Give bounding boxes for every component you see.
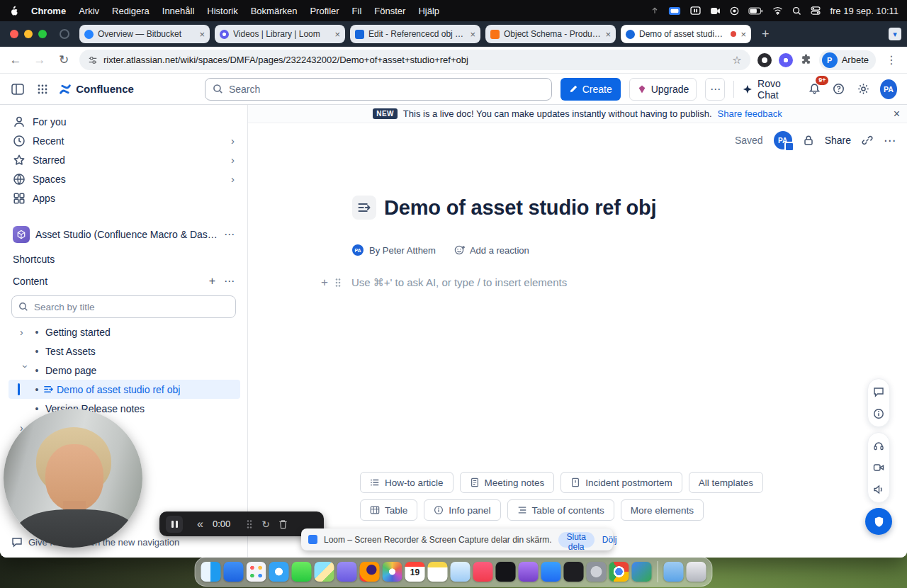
profile-chip[interactable]: P Arbete bbox=[819, 50, 876, 70]
menubar-item-redigera[interactable]: Redigera bbox=[112, 6, 150, 16]
loom-extension-icon[interactable] bbox=[779, 53, 793, 67]
sidebar-content-header[interactable]: Content + ⋯ bbox=[13, 272, 235, 290]
chrome-icon[interactable] bbox=[609, 562, 629, 582]
sidebar-item-recent[interactable]: Recent › bbox=[6, 131, 242, 150]
sidebar-shortcuts[interactable]: Shortcuts bbox=[13, 250, 235, 268]
bookmark-star-icon[interactable]: ☆ bbox=[732, 54, 741, 67]
new-tab-button[interactable]: + bbox=[762, 27, 770, 42]
terminal-icon[interactable] bbox=[564, 562, 584, 582]
chevron-right-icon[interactable]: › bbox=[231, 135, 235, 147]
extension-icon[interactable] bbox=[757, 53, 772, 67]
finder-icon[interactable] bbox=[201, 562, 221, 582]
safari-icon[interactable] bbox=[269, 562, 289, 582]
window-zoom-button[interactable] bbox=[38, 30, 47, 38]
menubar-item-bokmarken[interactable]: Bokmärken bbox=[251, 6, 298, 16]
sidebar-search[interactable] bbox=[11, 295, 236, 318]
trash-icon[interactable] bbox=[687, 562, 706, 582]
tree-item-test-assets[interactable]: • Test Assets bbox=[9, 341, 240, 361]
chevron-right-icon[interactable]: › bbox=[231, 154, 235, 166]
drag-dots-icon[interactable] bbox=[246, 519, 253, 529]
page-title[interactable]: Demo of asset studio ref obj bbox=[384, 196, 656, 220]
launchpad-icon[interactable] bbox=[247, 562, 266, 582]
menubar-item-profiler[interactable]: Profiler bbox=[310, 6, 339, 16]
upgrade-button[interactable]: Upgrade bbox=[629, 78, 697, 101]
sidebar-item-apps[interactable]: Apps bbox=[6, 188, 242, 208]
share-feedback-link[interactable]: Share feedback bbox=[718, 108, 782, 119]
photos-icon[interactable] bbox=[383, 562, 402, 582]
author-avatar[interactable]: PA bbox=[352, 244, 364, 256]
lock-icon[interactable] bbox=[803, 135, 814, 146]
recorder-window-icon[interactable] bbox=[690, 6, 701, 15]
search-input[interactable] bbox=[229, 84, 544, 95]
apple-tv-icon[interactable] bbox=[496, 562, 516, 582]
tab-confluence-active[interactable]: Demo of asset studio ref × bbox=[621, 25, 751, 43]
rewind-icon[interactable]: « bbox=[197, 518, 203, 531]
template-incident-postmortem[interactable]: Incident postmortem bbox=[560, 472, 682, 493]
headset-icon[interactable] bbox=[873, 440, 884, 451]
loom-control-bar[interactable]: « 0:00 ↻ bbox=[159, 511, 324, 536]
hide-share-bar-button[interactable]: Dölj bbox=[602, 535, 617, 545]
banner-close-icon[interactable]: × bbox=[894, 108, 900, 120]
chrome-menu-icon[interactable]: ⋮ bbox=[883, 53, 900, 67]
tab-close-icon[interactable]: × bbox=[740, 30, 746, 39]
menubar-item-fil[interactable]: Fil bbox=[352, 6, 362, 16]
notes-icon[interactable] bbox=[428, 562, 448, 582]
window-close-button[interactable] bbox=[10, 30, 18, 38]
menubar-item-chrome[interactable]: Chrome bbox=[31, 6, 66, 16]
sidebar-item-for-you[interactable]: For you bbox=[6, 112, 242, 131]
title-search-input[interactable] bbox=[34, 302, 229, 312]
menubar-item-innehall[interactable]: Innehåll bbox=[162, 6, 195, 16]
delete-recording-icon[interactable] bbox=[278, 519, 288, 529]
chevron-right-icon[interactable]: › bbox=[20, 327, 31, 338]
firefox-icon[interactable] bbox=[360, 562, 380, 582]
spotlight-search-icon[interactable] bbox=[792, 6, 801, 16]
sidebar-item-starred[interactable]: Starred › bbox=[6, 150, 242, 169]
page-more-icon[interactable]: ⋯ bbox=[884, 133, 896, 148]
tab-close-icon[interactable]: × bbox=[199, 30, 205, 39]
app-icon[interactable] bbox=[451, 562, 471, 582]
template-how-to-article[interactable]: How-to article bbox=[360, 472, 454, 493]
window-minimize-button[interactable] bbox=[24, 30, 33, 38]
template-all-templates[interactable]: All templates bbox=[689, 472, 763, 493]
content-more-icon[interactable]: ⋯ bbox=[224, 275, 235, 288]
loom-record-icon[interactable] bbox=[730, 6, 739, 16]
editor-area[interactable]: + Use ⌘+' to ask AI, or type / to insert… bbox=[321, 276, 567, 290]
chevron-right-icon[interactable]: › bbox=[231, 173, 235, 185]
mail-icon[interactable] bbox=[224, 562, 244, 582]
insert-plus-icon[interactable]: + bbox=[321, 276, 328, 290]
tab-loom[interactable]: Videos | Library | Loom × bbox=[215, 25, 345, 43]
user-avatar[interactable]: PA bbox=[880, 79, 897, 99]
apple-menu-icon[interactable] bbox=[9, 5, 18, 16]
add-content-icon[interactable]: + bbox=[209, 275, 215, 288]
tab-close-icon[interactable]: × bbox=[605, 30, 611, 39]
chevron-down-icon[interactable]: › bbox=[20, 365, 31, 376]
video-icon[interactable] bbox=[873, 462, 884, 473]
maps-icon[interactable] bbox=[315, 562, 334, 582]
share-button[interactable]: Share bbox=[825, 135, 851, 146]
page-emoji-icon[interactable] bbox=[352, 196, 376, 220]
sidebar-item-spaces[interactable]: Spaces › bbox=[6, 169, 242, 188]
sidebar-space[interactable]: Asset Studio (Confluence Macro & Dashboa… bbox=[7, 223, 240, 246]
global-search[interactable] bbox=[205, 78, 552, 101]
tab-close-icon[interactable]: × bbox=[470, 30, 475, 39]
messages-icon[interactable] bbox=[292, 562, 312, 582]
copy-link-icon[interactable] bbox=[862, 135, 873, 146]
template-meeting-notes[interactable]: Meeting notes bbox=[460, 472, 555, 493]
help-button[interactable] bbox=[830, 80, 847, 98]
element-more-elements[interactable]: More elements bbox=[621, 499, 704, 521]
nav-more-button[interactable]: ⋯ bbox=[705, 78, 725, 101]
app-switcher-icon[interactable] bbox=[35, 80, 51, 98]
reload-button[interactable]: ↻ bbox=[55, 52, 72, 67]
calendar-icon[interactable]: 19 bbox=[405, 562, 425, 582]
menubar-item-arkiv[interactable]: Arkiv bbox=[79, 6, 99, 16]
battery-icon[interactable] bbox=[748, 7, 763, 15]
extensions-puzzle-icon[interactable] bbox=[800, 54, 812, 66]
control-center-icon[interactable] bbox=[811, 6, 821, 15]
pause-button[interactable] bbox=[166, 516, 183, 533]
notifications-button[interactable]: 9+ bbox=[806, 80, 823, 98]
add-reaction-button[interactable]: Add a reaction bbox=[454, 244, 529, 256]
tab-jira[interactable]: Edit - Referencecd obj - Jira × bbox=[350, 25, 480, 43]
floating-action-button[interactable] bbox=[865, 508, 892, 535]
tab-list-chevron-icon[interactable]: ▾ bbox=[889, 28, 901, 40]
downloads-folder-icon[interactable] bbox=[664, 562, 684, 582]
